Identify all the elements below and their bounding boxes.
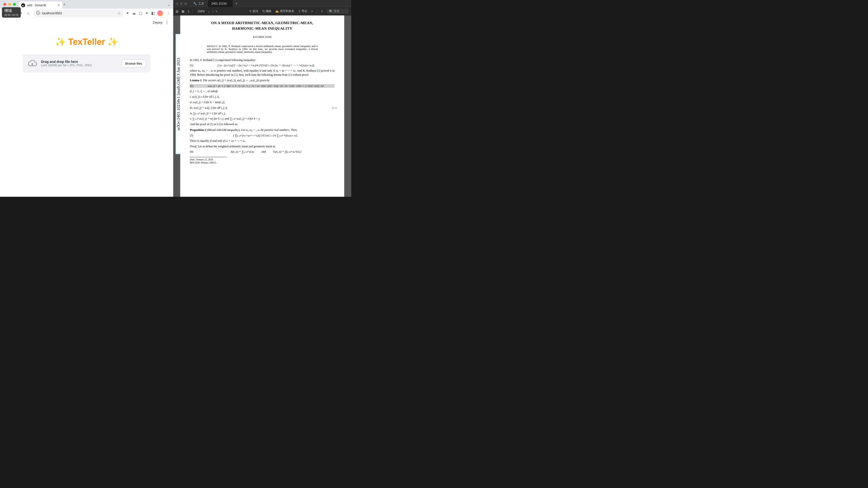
browser-tab-strip: ◐ web · Streamlit × + ⌄ bbox=[0, 0, 173, 9]
lemma-item-4: iv. ∑ₖ₌₁ⁿ aₖ(i, j) = 1 for all i, j, bbox=[190, 111, 335, 116]
site-info-icon[interactable]: ⓘ bbox=[36, 11, 40, 16]
export-button[interactable]: ⇧导出 bbox=[298, 9, 307, 13]
recording-label: 继续 bbox=[4, 8, 18, 13]
zoom-value[interactable]: 158% bbox=[196, 10, 206, 13]
lemma-item-1: i. aₖ(i, j) ≥ 0 for all i, j, k, bbox=[190, 95, 335, 99]
equation-1: (1)( x₁ · (x₁+x₂)/2 ··· (x₁+x₂+···+xₙ)/n… bbox=[190, 64, 335, 67]
window-controls bbox=[2, 3, 16, 6]
app-menu-icon[interactable]: ⋮ bbox=[165, 20, 169, 25]
tab-title: web · Streamlit bbox=[27, 4, 56, 7]
recording-time: 00:00 / 00:26 bbox=[4, 14, 18, 17]
paper-author: KYUMIN NAM bbox=[190, 35, 335, 38]
sidebar-icon[interactable]: ▤ bbox=[176, 10, 178, 13]
extensions: ✦ ☁ ▢ ✦ ◧ bbox=[126, 11, 155, 15]
tools-menu[interactable]: 🔧 工具 bbox=[189, 2, 208, 6]
pdf-tab-strip: 🔧 工具 2401.10234 + bbox=[173, 0, 351, 7]
tab-close-icon[interactable]: × bbox=[58, 3, 60, 7]
paragraph-where: where x₁, x₂, ··· , xₙ is positive real … bbox=[190, 69, 335, 77]
bookmark-icon[interactable]: ☆ bbox=[117, 11, 121, 15]
url-text: localhost:8501 bbox=[42, 11, 62, 15]
app-title-text: TexTeller bbox=[68, 37, 105, 47]
extensions-icon[interactable]: ✦ bbox=[145, 11, 148, 15]
add-tool-button[interactable]: + bbox=[311, 10, 313, 13]
pdf-tab[interactable]: 2401.10234 bbox=[208, 0, 233, 7]
browse-files-button[interactable]: Browse files bbox=[122, 60, 146, 67]
deploy-button[interactable]: Deploy bbox=[153, 21, 163, 24]
cloud-upload-icon bbox=[28, 59, 37, 68]
tab-dropdown-icon[interactable]: ⌄ bbox=[166, 1, 171, 8]
pdf-tab-title: 2401.10234 bbox=[211, 2, 226, 5]
file-uploader[interactable]: Drag and drop file here Limit 200MB per … bbox=[23, 54, 151, 72]
browser-window: 继续 00:00 / 00:26 ◐ web · Streamlit × + ⌄… bbox=[0, 0, 173, 197]
page-icon[interactable]: ▯ bbox=[188, 10, 189, 13]
tools-label: 工具 bbox=[198, 2, 204, 6]
uploader-limits: Limit 200MB per file • JPG, PNG, JPEG bbox=[41, 64, 118, 67]
lemma-item-3: iii. aₖ(i, j) = aₖ(j, i) for all i, j, k… bbox=[190, 106, 335, 110]
wrench-icon: 🔧 bbox=[193, 2, 197, 5]
uploader-instruction: Drag and drop file here bbox=[41, 60, 118, 64]
zoom-out-button[interactable]: − bbox=[212, 10, 214, 13]
pdf-window-controls bbox=[173, 2, 189, 5]
lemma-1: Lemma 1. The vectors a(i, j) = (a₁(i, j)… bbox=[190, 78, 335, 82]
pdf-viewport[interactable]: arXiv:2401.10234v1 [math.GM] 3 Jun 2023 … bbox=[173, 15, 351, 197]
profile-avatar[interactable] bbox=[157, 10, 163, 16]
home-button[interactable]: ⌂ bbox=[26, 11, 31, 15]
edit-button[interactable]: T|编辑 bbox=[262, 9, 271, 13]
edit-icon: T| bbox=[262, 10, 265, 13]
sparkle-right-icon: ✨ bbox=[107, 37, 118, 47]
equation-4: (4)A(x, a) = ∑ₖ₌₁ⁿ aₖxₖ and G(x, a) = ∏ₖ… bbox=[190, 150, 335, 154]
paragraph-satisfy: (i, j = 1, 2, ··· , n) satisfy bbox=[190, 89, 335, 93]
pdf-page: ON A MIXED ARITHMETIC-MEAN, GEOMETRIC-ME… bbox=[180, 15, 344, 197]
pdf-viewer-window: 🔧 工具 2401.10234 + ▤ ▦ ▯ 158% ⌄ − + ✎批注 T… bbox=[173, 0, 351, 197]
sparkle-left-icon: ✨ bbox=[55, 37, 66, 47]
browser-tab[interactable]: ◐ web · Streamlit × bbox=[19, 1, 62, 9]
streamlit-app: Deploy ⋮ ✨ TexTeller ✨ Drag and drop fil… bbox=[0, 18, 173, 197]
zoom-dropdown-icon[interactable]: ⌄ bbox=[208, 10, 210, 13]
search-field[interactable]: 🔍 搜索 bbox=[327, 9, 349, 14]
proof-start: Proof. Let us define the weighted arithm… bbox=[190, 144, 335, 149]
zoom-controls: 158% ⌄ − + bbox=[196, 10, 217, 13]
main-content: ✨ TexTeller ✨ Drag and drop file here Li… bbox=[0, 27, 173, 72]
grid-icon[interactable]: ▦ bbox=[182, 10, 184, 13]
streamlit-header: Deploy ⋮ bbox=[0, 18, 173, 27]
app-title: ✨ TexTeller ✨ bbox=[55, 37, 119, 47]
maximize-window-icon[interactable] bbox=[13, 3, 16, 6]
sidepanel-icon[interactable]: ◧ bbox=[151, 11, 155, 15]
search-placeholder: 搜索 bbox=[334, 9, 339, 13]
lemma-item-2: ii. aₖ(i, j) = 0 for k > min(i, j), bbox=[190, 100, 335, 104]
abstract: Abstract. In 1992, F. Holland conjecture… bbox=[207, 44, 318, 53]
fill-sign-button[interactable]: ✍填写和签名 bbox=[275, 9, 294, 13]
recording-overlay: 继续 00:00 / 00:26 bbox=[2, 7, 21, 18]
pdf-close-icon[interactable] bbox=[176, 2, 178, 5]
tab-favicon: ◐ bbox=[21, 3, 25, 7]
annotate-button[interactable]: ✎批注 bbox=[249, 9, 258, 13]
footnote-msc: MSC2020: Primary 26D15. bbox=[190, 161, 335, 164]
paper-title: ON A MIXED ARITHMETIC-MEAN, GEOMETRIC-ME… bbox=[199, 20, 325, 31]
zoom-in-button[interactable]: + bbox=[216, 10, 217, 13]
annotate-icon: ✎ bbox=[249, 10, 252, 13]
new-tab-button[interactable]: + bbox=[62, 1, 66, 7]
pdf-new-tab-button[interactable]: + bbox=[233, 1, 240, 6]
url-field[interactable]: ⓘ localhost:8501 ☆ bbox=[33, 10, 124, 17]
export-icon: ⇧ bbox=[298, 10, 301, 13]
paragraph-intro: In 1992, F. Holland [1] conjectured foll… bbox=[190, 58, 335, 62]
minimize-window-icon[interactable] bbox=[8, 3, 11, 6]
equation-3: (3)( ∏ⱼ₌₁ⁿ (x₁+x₂+···+xⱼ)/j )^{1/n} ≥ 1/… bbox=[190, 134, 335, 137]
pdf-minimize-icon[interactable] bbox=[180, 2, 183, 5]
equation-2: (2)aₖ(i, j) = (n−i; j−k)(i−1; k−1) / (n−… bbox=[190, 84, 335, 88]
pdf-toolbar: ▤ ▦ ▯ 158% ⌄ − + ✎批注 T|编辑 ✍填写和签名 ⇧导出 + ⇪… bbox=[173, 7, 351, 15]
lemma-item-5: v. ∑ᵢ₌₁ⁿ aₖ(i, j) = n/j for k ≤ j, and ∑… bbox=[190, 117, 335, 121]
search-icon: 🔍 bbox=[329, 10, 333, 13]
abstract-label: Abstract. bbox=[207, 44, 218, 47]
extension-1-icon[interactable]: ✦ bbox=[126, 11, 129, 15]
sign-icon: ✍ bbox=[275, 10, 279, 13]
uploader-text: Drag and drop file here Limit 200MB per … bbox=[41, 60, 118, 67]
proposition-2: Proposition 2 (Mixed AM-GM inequality). … bbox=[190, 128, 335, 132]
extension-3-icon[interactable]: ▢ bbox=[139, 11, 142, 15]
paragraph-equality: There is equality if and only if x₁ = x₂… bbox=[190, 139, 335, 143]
pdf-maximize-icon[interactable] bbox=[184, 2, 187, 5]
share-icon[interactable]: ⇪ bbox=[321, 10, 323, 13]
close-window-icon[interactable] bbox=[3, 3, 6, 6]
browser-menu-icon[interactable]: ⋮ bbox=[165, 11, 171, 15]
extension-2-icon[interactable]: ☁ bbox=[132, 11, 136, 15]
